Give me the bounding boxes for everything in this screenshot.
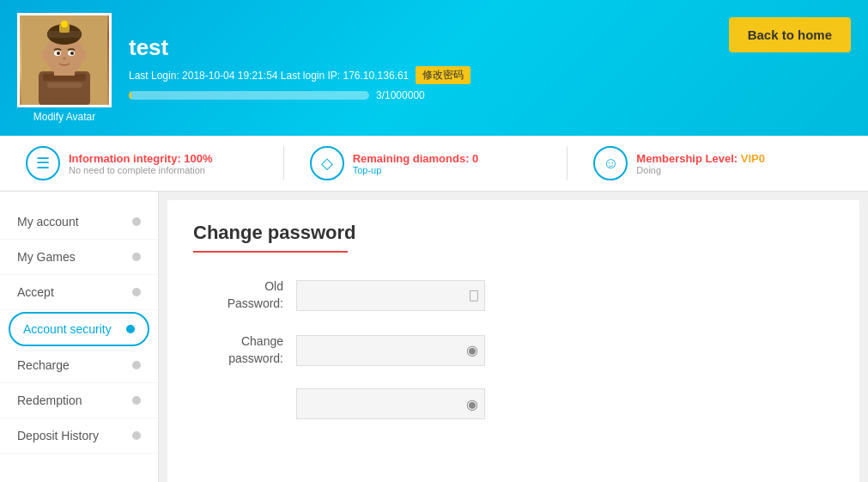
top-up-link[interactable]: Top-up: [353, 165, 382, 175]
info-integrity-label: Information integrity:: [69, 152, 181, 165]
diamonds-label: Remaining diamonds:: [353, 152, 470, 165]
info-integrity-sub: No need to complete information: [69, 165, 213, 175]
sidebar-label-redemption: Redemption: [17, 394, 82, 407]
sidebar-label-account-security: Account security: [23, 322, 112, 336]
confirm-password-row: ◉: [193, 388, 834, 419]
change-password-button[interactable]: 修改密码: [416, 66, 470, 84]
sidebar-label-my-account: My account: [17, 215, 79, 229]
sidebar: My account My Games Accept Account secur…: [0, 192, 159, 482]
header: Modify Avatar test Last Login: 2018-10-0…: [0, 0, 868, 136]
stat-membership: ☺ Membership Level: VIP0 Doing: [568, 146, 851, 180]
progress-bar-inner: [129, 91, 131, 100]
old-password-input[interactable]: [296, 280, 485, 311]
sidebar-dot-recharge: [132, 361, 141, 369]
sidebar-label-recharge: Recharge: [17, 358, 70, 372]
modify-avatar-label[interactable]: Modify Avatar: [33, 111, 95, 123]
change-password-input-wrap: ◉: [296, 335, 485, 366]
avatar-section: Modify Avatar: [17, 13, 112, 123]
stat-diamonds-text: Remaining diamonds: 0 Top-up: [353, 152, 479, 175]
info-integrity-icon: ☰: [26, 146, 60, 180]
sidebar-label-deposit-history: Deposit History: [17, 429, 99, 442]
sidebar-item-my-account[interactable]: My account: [0, 204, 158, 240]
sidebar-item-redemption[interactable]: Redemption: [0, 383, 158, 418]
svg-rect-3: [47, 82, 82, 88]
confirm-password-input[interactable]: [296, 388, 485, 419]
progress-bar-outer: [129, 91, 369, 100]
sidebar-item-account-security[interactable]: Account security: [9, 312, 149, 346]
diamonds-sub[interactable]: Top-up: [353, 165, 479, 175]
svg-point-16: [80, 50, 87, 60]
membership-label: Membership Level:: [636, 152, 737, 165]
diamonds-icon: ◇: [310, 146, 344, 180]
old-password-label: OldPassword:: [193, 278, 296, 312]
stat-membership-text: Membership Level: VIP0 Doing: [636, 152, 765, 175]
login-info: Last Login: 2018-10-04 19:21:54 Last log…: [129, 66, 851, 84]
membership-title: Membership Level: VIP0: [636, 152, 765, 165]
change-password-input[interactable]: [296, 335, 485, 366]
sidebar-item-recharge[interactable]: Recharge: [0, 348, 158, 383]
main-content: My account My Games Accept Account secur…: [0, 192, 868, 482]
sidebar-item-deposit-history[interactable]: Deposit History: [0, 418, 158, 454]
svg-point-12: [57, 52, 60, 55]
svg-point-14: [63, 57, 66, 59]
confirm-password-input-wrap: ◉: [296, 388, 485, 419]
change-password-row: Changepassword: ◉: [193, 333, 834, 367]
stats-bar: ☰ Information integrity: 100% No need to…: [0, 136, 868, 192]
change-password-icon[interactable]: ◉: [466, 342, 478, 358]
back-to-home-button[interactable]: Back to home: [729, 17, 851, 52]
stat-diamonds: ◇ Remaining diamonds: 0 Top-up: [284, 146, 568, 180]
sidebar-item-accept[interactable]: Accept: [0, 275, 158, 310]
sidebar-label-accept: Accept: [17, 285, 54, 299]
sidebar-dot-redemption: [132, 396, 141, 405]
membership-sub: Doing: [636, 165, 765, 175]
progress-bar-container: 3/1000000: [129, 89, 851, 101]
sidebar-dot-accept: [132, 288, 141, 296]
info-integrity-value: 100%: [184, 152, 212, 165]
sidebar-dot-deposit-history: [132, 431, 141, 440]
old-password-input-wrap: ⎕: [296, 280, 485, 311]
page-title: Change password: [193, 222, 834, 244]
progress-text: 3/1000000: [376, 89, 425, 101]
content-area: Change password OldPassword: ⎕ Changepas…: [167, 200, 859, 482]
sidebar-dot-my-account: [132, 217, 141, 226]
stat-info-text: Information integrity: 100% No need to c…: [69, 152, 213, 175]
sidebar-label-my-games: My Games: [17, 250, 76, 264]
sidebar-item-my-games[interactable]: My Games: [0, 240, 158, 275]
svg-point-15: [42, 50, 49, 60]
svg-point-9: [61, 21, 68, 27]
confirm-password-icon[interactable]: ◉: [466, 396, 478, 412]
avatar: [17, 13, 112, 107]
membership-icon: ☺: [593, 146, 628, 180]
diamonds-title: Remaining diamonds: 0: [353, 152, 479, 165]
last-login-text: Last Login: 2018-10-04 19:21:54 Last log…: [129, 70, 409, 82]
sidebar-dot-my-games: [132, 253, 141, 261]
old-password-row: OldPassword: ⎕: [193, 278, 834, 312]
diamonds-value: 0: [472, 152, 478, 165]
sidebar-dot-account-security: [126, 325, 135, 333]
title-underline: [193, 251, 348, 253]
change-password-label: Changepassword:: [193, 333, 296, 367]
stat-info-integrity: ☰ Information integrity: 100% No need to…: [17, 146, 284, 180]
info-integrity-title: Information integrity: 100%: [69, 152, 213, 165]
svg-point-13: [70, 52, 74, 55]
old-password-icon[interactable]: ⎕: [470, 288, 478, 303]
membership-value: VIP0: [741, 152, 765, 165]
